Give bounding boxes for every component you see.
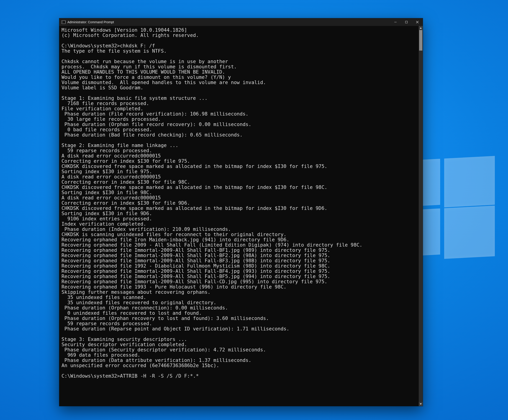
scroll-down-button[interactable] [419, 402, 423, 406]
svg-marker-6 [420, 27, 422, 29]
minimize-button[interactable] [390, 18, 401, 26]
close-button[interactable] [412, 18, 423, 26]
cmd-window: C:\ Administrator: Command Prompt Micros… [59, 18, 423, 406]
titlebar[interactable]: C:\ Administrator: Command Prompt [59, 18, 423, 26]
client-area: Microsoft Windows [Version 10.0.19044.18… [59, 26, 423, 406]
vertical-scrollbar[interactable] [419, 26, 423, 406]
scroll-thumb[interactable] [419, 30, 422, 51]
cmd-icon: C:\ [61, 20, 66, 24]
terminal-output[interactable]: Microsoft Windows [Version 10.0.19044.18… [59, 26, 419, 406]
maximize-button[interactable] [401, 18, 412, 26]
svg-rect-3 [405, 21, 408, 23]
svg-marker-7 [420, 403, 422, 405]
desktop: C:\ Administrator: Command Prompt Micros… [0, 0, 508, 420]
svg-text:C:\: C:\ [62, 21, 66, 23]
window-title: Administrator: Command Prompt [67, 20, 114, 24]
scroll-up-button[interactable] [419, 26, 423, 30]
